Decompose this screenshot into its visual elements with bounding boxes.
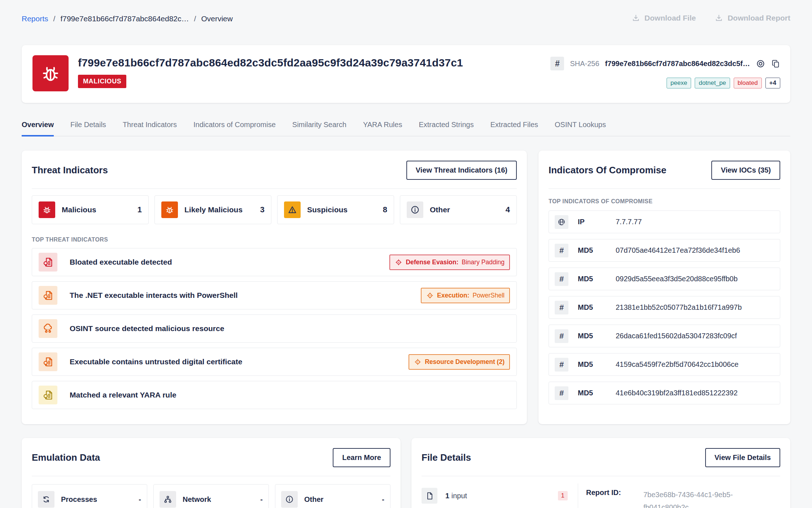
threat-indicator-title: The .NET executable interacts with Power… (70, 291, 238, 300)
ioc-type: MD5 (578, 275, 616, 283)
summary-other[interactable]: Other 4 (400, 195, 517, 224)
ioc-type: IP (578, 218, 616, 226)
tab-threat-indicators[interactable]: Threat Indicators (123, 121, 177, 136)
emulation-other[interactable]: Other - (275, 484, 390, 508)
threat-summary-row: Malicious 1 Likely Malicious 3 Suspiciou… (32, 195, 517, 224)
malicious-tile (39, 201, 55, 218)
tag-bloated[interactable]: bloated (734, 78, 762, 88)
emulation-network[interactable]: Network - (153, 484, 269, 508)
breadcrumb-reports-link[interactable]: Reports (22, 14, 48, 23)
emulation-data-title: Emulation Data (32, 452, 100, 463)
info-icon (281, 491, 298, 508)
target-icon (414, 358, 422, 366)
emulation-value: - (382, 495, 384, 504)
input-count: 1 (445, 492, 449, 500)
badge-category: Resource Development (2) (425, 358, 505, 366)
copy-icon[interactable] (771, 59, 780, 68)
emulation-summary-row: Processes - Network - Other - (32, 484, 390, 508)
ioc-value: 4159ca5459f7e2bf5d70642cc1b006ce (616, 360, 738, 369)
mitre-badge-execution[interactable]: Execution: PowerShell (421, 288, 510, 303)
tab-overview[interactable]: Overview (22, 121, 54, 136)
ioc-row[interactable]: # MD5 4159ca5459f7e2bf5d70642cc1b006ce (549, 353, 780, 376)
top-iocs-label: TOP INDICATORS OF COMPROMISE (549, 198, 780, 205)
summary-label: Likely Malicious (184, 205, 243, 214)
threat-indicator-title: OSINT source detected malicious resource (70, 324, 224, 333)
badge-category: Defense Evasion: (406, 259, 458, 266)
sha256-value: f799e7e81b66cf7d787abc864ed82c3dc5f… (605, 60, 750, 68)
breadcrumb-separator: / (53, 14, 56, 23)
view-file-details-button[interactable]: View File Details (705, 448, 780, 467)
divider (422, 476, 780, 476)
badge-value: PowerShell (472, 292, 505, 299)
hash-icon: # (550, 57, 564, 70)
eye-icon[interactable] (756, 59, 765, 69)
ioc-value: 07d705ae46412e17ea72f36de34f1eb6 (616, 246, 740, 255)
ioc-row[interactable]: # MD5 07d705ae46412e17ea72f36de34f1eb6 (549, 239, 780, 262)
view-threat-indicators-button[interactable]: View Threat Indicators (16) (406, 161, 517, 180)
ioc-row[interactable]: # MD5 26daca61fed15602da53047283fc09cf (549, 325, 780, 347)
suspicious-tile (284, 201, 301, 218)
summary-likely-malicious[interactable]: Likely Malicious 3 (154, 195, 271, 224)
ioc-value: 21381e1bb52c05077b2a1b16f71a997b (616, 303, 742, 312)
summary-count: 8 (383, 205, 387, 214)
file-details-title: File Details (422, 452, 471, 463)
ioc-row[interactable]: IP 7.7.7.77 (549, 210, 780, 233)
threat-indicator-title: Matched a relevant YARA rule (70, 391, 176, 399)
severity-tile (39, 386, 57, 404)
ioc-value: 0929d5a55eea3f3d5e20d88ce95ffb0b (616, 275, 738, 283)
mitre-badge-resource-development[interactable]: Resource Development (2) (409, 354, 510, 370)
summary-malicious[interactable]: Malicious 1 (32, 195, 149, 224)
ioc-row[interactable]: # MD5 41e6b40c319bf2a3ff181ed851222392 (549, 382, 780, 404)
threat-indicator-row[interactable]: Bloated executable detected Defense Evas… (32, 248, 517, 276)
divider (32, 188, 517, 189)
threat-indicator-row[interactable]: The .NET executable interacts with Power… (32, 281, 517, 309)
view-iocs-button[interactable]: View IOCs (35) (711, 161, 780, 180)
tab-file-details[interactable]: File Details (70, 121, 106, 136)
file-scan-icon (42, 389, 54, 401)
threat-indicator-row[interactable]: Matched a relevant YARA rule (32, 381, 517, 409)
other-tile (407, 201, 423, 218)
globe-icon (555, 215, 568, 229)
tag-more-count[interactable]: +4 (765, 78, 780, 88)
sha256-row: # SHA-256 f799e7e81b66cf7d787abc864ed82c… (550, 57, 780, 70)
ioc-type: MD5 (578, 360, 616, 369)
tab-indicators-of-compromise[interactable]: Indicators of Compromise (193, 121, 276, 136)
learn-more-button[interactable]: Learn More (333, 448, 390, 467)
download-file-button[interactable]: Download File (632, 14, 696, 22)
bug-icon (165, 205, 175, 215)
ioc-row[interactable]: # MD5 21381e1bb52c05077b2a1b16f71a997b (549, 296, 780, 319)
tag-dotnet-pe[interactable]: dotnet_pe (695, 78, 730, 88)
threat-indicator-row[interactable]: OSINT source detected malicious resource (32, 314, 517, 343)
tab-extracted-files[interactable]: Extracted Files (490, 121, 538, 136)
tab-osint-lookups[interactable]: OSINT Lookups (555, 121, 606, 136)
ioc-row[interactable]: # MD5 0929d5a55eea3f3d5e20d88ce95ffb0b (549, 268, 780, 290)
breadcrumb-hash: f799e7e81b66cf7d787abc864ed82c… (60, 14, 189, 23)
hash-type-label: SHA-256 (570, 60, 599, 68)
threat-indicator-row[interactable]: Executable contains untrusted digital ce… (32, 348, 517, 376)
network-nodes-icon (160, 491, 176, 508)
top-threat-indicators-label: TOP THREAT INDICATORS (32, 236, 517, 243)
file-scan-icon (42, 356, 54, 368)
file-scan-icon (42, 256, 54, 268)
summary-suspicious[interactable]: Suspicious 8 (277, 195, 394, 224)
malicious-bug-tile (32, 55, 69, 91)
tab-yara-rules[interactable]: YARA Rules (363, 121, 402, 136)
summary-label: Malicious (62, 205, 96, 214)
mitre-badge-defense-evasion[interactable]: Defense Evasion: Binary Padding (389, 255, 510, 270)
ioc-value: 26daca61fed15602da53047283fc09cf (616, 332, 737, 340)
download-file-label: Download File (645, 14, 696, 22)
threat-indicator-title: Bloated executable detected (70, 258, 172, 266)
input-files-row[interactable]: 1 input 1 (422, 488, 568, 504)
hash-icon: # (555, 244, 568, 257)
report-id-value: 7be3e68b-7436-44c1-9eb5-fb041c800b2c (643, 489, 746, 508)
input-label: input (451, 492, 467, 500)
tag-peexe[interactable]: peexe (667, 78, 691, 88)
severity-tile (39, 253, 57, 272)
emulation-processes[interactable]: Processes - (32, 484, 147, 508)
severity-tile (39, 286, 57, 305)
summary-label: Other (430, 205, 450, 214)
tab-similarity-search[interactable]: Similarity Search (292, 121, 346, 136)
download-report-button[interactable]: Download Report (715, 14, 790, 22)
threat-indicator-title: Executable contains untrusted digital ce… (70, 357, 242, 366)
tab-extracted-strings[interactable]: Extracted Strings (419, 121, 473, 136)
